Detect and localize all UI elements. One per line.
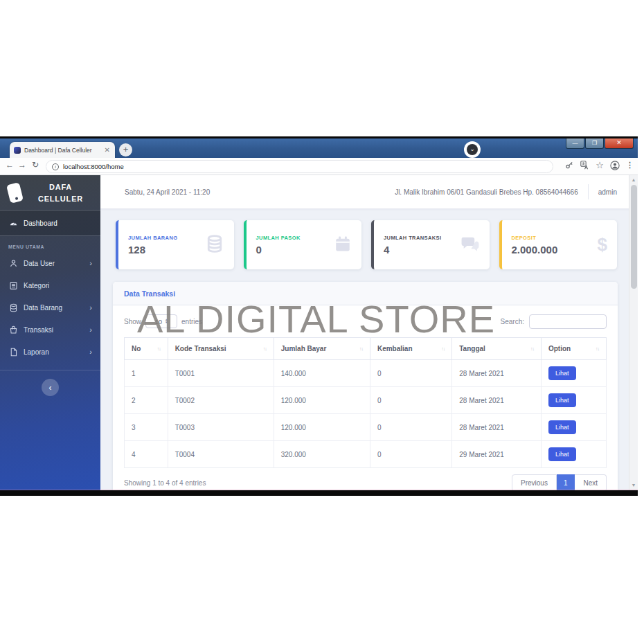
sidebar-item-label: Dashboard	[24, 220, 57, 227]
maximize-button[interactable]: ❐	[585, 138, 604, 149]
letterbox-bottom	[0, 490, 638, 496]
cell-tanggal: 28 Maret 2021	[452, 360, 542, 387]
col-header-kembalian[interactable]: Kembalian↑↓	[370, 338, 451, 360]
minimize-button[interactable]: —	[566, 138, 584, 149]
sort-icon: ↑↓	[441, 346, 445, 351]
browser-menu-icon[interactable]: ⋮	[626, 161, 634, 170]
user-menu[interactable]: admin	[598, 188, 625, 196]
brand-phone-icon	[6, 182, 24, 204]
cell-option: Lihat	[541, 441, 606, 468]
cell-kembalian: 0	[370, 360, 451, 387]
cell-kembalian: 0	[370, 414, 451, 441]
password-key-icon[interactable]	[565, 161, 574, 170]
url-bar[interactable]: i localhost:8000/home	[46, 160, 553, 173]
tab-title: Dashboard | Dafa Celluler	[24, 147, 100, 154]
col-header-option[interactable]: Option↑↓	[541, 338, 606, 360]
calendar-icon	[334, 235, 352, 256]
cell-option: Lihat	[541, 360, 606, 387]
toolbar-actions: ☆ ⋮	[565, 160, 634, 170]
cell-kode: T0001	[168, 360, 274, 387]
card-label: JUMLAH PASOK	[256, 235, 334, 241]
chevron-right-icon: ›	[89, 303, 92, 312]
card-label: DEPOSIT	[512, 235, 598, 241]
translate-icon[interactable]	[580, 161, 589, 170]
sort-icon: ↑↓	[530, 346, 534, 351]
lihat-button[interactable]: Lihat	[548, 420, 576, 434]
store-address: Jl. Malik Ibrahim 06/01 Gandasuli Brebes…	[395, 188, 578, 196]
bag-icon	[8, 325, 18, 334]
page-length-control: Show 10 ▲▼ entries	[124, 314, 202, 328]
page-length-select[interactable]: 10 ▲▼	[145, 314, 177, 328]
sidebar-item-label: Laporan	[24, 348, 49, 356]
col-header-jumlah-bayar[interactable]: Jumlah Bayar↑↓	[274, 338, 370, 360]
browser-toolbar: ← → ↻ i localhost:8000/home ☆	[0, 158, 638, 175]
table-row: 4 T0004 320.000 0 29 Maret 2021 Lihat	[125, 441, 607, 468]
forward-icon[interactable]: →	[17, 160, 28, 170]
sidebar-item-transaksi[interactable]: Transaksi ›	[0, 319, 100, 341]
sidebar-item-kategori[interactable]: Kategori ›	[0, 274, 100, 296]
cell-bayar: 320.000	[274, 441, 370, 468]
sort-icon: ↑↓	[157, 346, 161, 351]
lihat-button[interactable]: Lihat	[548, 393, 576, 407]
show-label: Show	[124, 318, 141, 325]
record-overlay-icon[interactable]: ⌄	[464, 141, 481, 158]
file-icon	[8, 347, 18, 357]
scroll-up-icon[interactable]: ▲	[629, 176, 638, 184]
card-jumlah-pasok: JUMLAH PASOK 0	[244, 220, 362, 269]
search-input[interactable]	[529, 314, 607, 329]
pagination: Previous 1 Next	[512, 474, 607, 490]
database-icon	[8, 303, 18, 312]
col-header-kode-transaksi[interactable]: Kode Transaksi↑↓	[168, 338, 274, 360]
card-jumlah-transaksi: JUMLAH TRANSAKSI 4	[371, 220, 490, 269]
table-header-row: No↑↓ Kode Transaksi↑↓ Jumlah Bayar↑↓ Kem…	[125, 338, 607, 360]
col-header-no[interactable]: No↑↓	[125, 338, 168, 360]
page-info-icon[interactable]: i	[52, 163, 59, 170]
cell-no: 1	[125, 360, 168, 387]
sidebar-item-laporan[interactable]: Laporan ›	[0, 341, 100, 363]
tab-close-icon[interactable]: ✕	[104, 146, 111, 154]
card-value: 4	[384, 244, 460, 256]
back-icon[interactable]: ←	[4, 160, 15, 170]
browser-tab[interactable]: Dashboard | Dafa Celluler ✕	[10, 142, 115, 158]
sidebar-footer: ‹	[0, 370, 100, 396]
sidebar-section-label: MENU UTAMA	[0, 236, 100, 252]
sidebar-collapse-button[interactable]: ‹	[42, 379, 59, 396]
select-spinner-icon: ▲▼	[165, 319, 168, 324]
app-topbar: Sabtu, 24 April 2021 - 11:20 Jl. Malik I…	[100, 175, 638, 208]
sidebar-item-data-barang[interactable]: Data Barang ›	[0, 296, 100, 319]
browser-titlebar: Dashboard | Dafa Celluler ✕ + ⌄ — ❐ ✕	[0, 138, 638, 158]
cell-option: Lihat	[541, 414, 606, 441]
dollar-icon: $	[598, 234, 607, 256]
sort-icon: ↑↓	[263, 346, 267, 351]
col-header-tanggal[interactable]: Tanggal↑↓	[452, 338, 542, 360]
scroll-down-icon[interactable]: ▼	[629, 481, 638, 490]
pagination-previous[interactable]: Previous	[512, 474, 557, 490]
lihat-button[interactable]: Lihat	[548, 447, 576, 461]
lihat-button[interactable]: Lihat	[548, 366, 576, 380]
sidebar: DAFACELLULER Dashboard MENU UTAMA	[0, 175, 100, 490]
cell-tanggal: 28 Maret 2021	[452, 387, 542, 414]
new-tab-button[interactable]: +	[119, 143, 132, 156]
bookmark-star-icon[interactable]: ☆	[596, 160, 604, 170]
sidebar-item-dashboard[interactable]: Dashboard	[0, 211, 100, 235]
url-text: localhost:8000/home	[63, 163, 124, 170]
table-footer: Showing 1 to 4 of 4 entries Previous 1 N…	[113, 468, 618, 490]
sidebar-item-label: Data Barang	[24, 304, 62, 312]
record-inner-icon: ⌄	[467, 144, 478, 155]
reload-icon[interactable]: ↻	[30, 160, 41, 170]
brand[interactable]: DAFACELLULER	[0, 175, 100, 210]
page-scrollbar[interactable]: ▲ ▼	[629, 175, 638, 490]
table-row: 3 T0003 120.000 0 28 Maret 2021 Lihat	[125, 414, 607, 441]
pagination-next[interactable]: Next	[575, 474, 607, 490]
profile-avatar-icon[interactable]	[610, 161, 620, 170]
brand-text: DAFACELLULER	[28, 181, 93, 204]
cell-bayar: 140.000	[274, 360, 370, 387]
cell-tanggal: 28 Maret 2021	[452, 414, 542, 441]
page-content: JUMLAH BARANG 128 JUMLAH PASOK 0	[100, 208, 629, 490]
sidebar-item-data-user[interactable]: Data User ›	[0, 252, 100, 274]
close-button[interactable]: ✕	[605, 138, 634, 149]
pagination-page-1[interactable]: 1	[557, 474, 575, 490]
cell-kode: T0004	[168, 441, 274, 468]
transactions-table: No↑↓ Kode Transaksi↑↓ Jumlah Bayar↑↓ Kem…	[124, 337, 607, 468]
scrollbar-thumb[interactable]	[631, 185, 637, 289]
